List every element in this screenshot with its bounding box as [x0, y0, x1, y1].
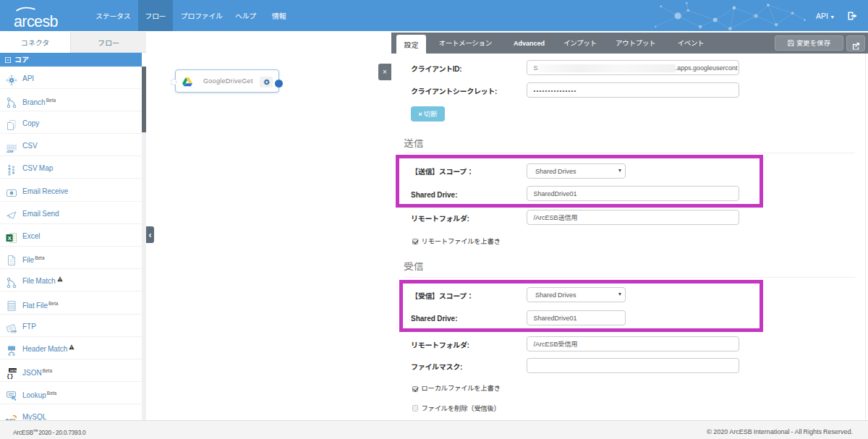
svg-text:X: X: [8, 235, 12, 242]
svg-text:.csv: .csv: [7, 149, 14, 153]
svg-text:{}: {}: [7, 372, 14, 379]
svg-text:Q: Q: [12, 396, 14, 400]
svg-text:FTP: FTP: [12, 331, 17, 333]
